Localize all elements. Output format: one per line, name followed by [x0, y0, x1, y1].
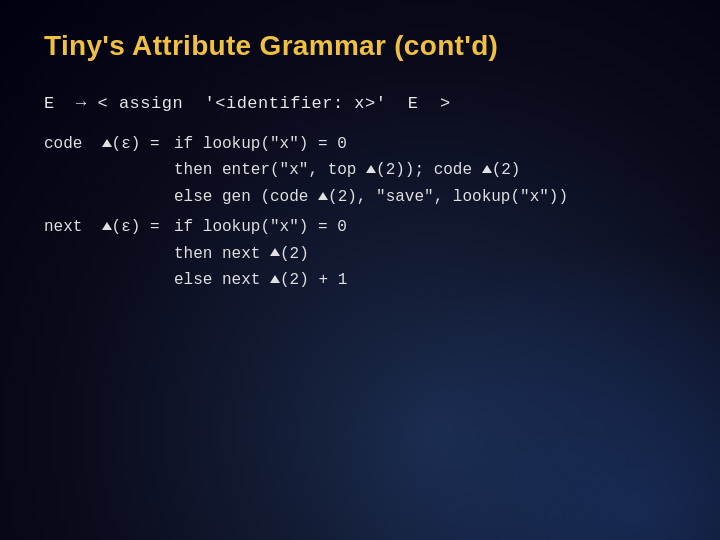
code-line-3: else gen (code (2), "save", lookup("x")) [174, 184, 568, 210]
production-rule: E → < assign '<identifier: x>' E > [44, 94, 676, 113]
next-rule-row: next (ε) = if lookup("x") = 0 then next … [44, 214, 676, 293]
up-arrow-code3 [318, 192, 328, 200]
code-rule-row: code (ε) = if lookup("x") = 0 then enter… [44, 131, 676, 210]
slide-title: Tiny's Attribute Grammar (cont'd) [44, 30, 676, 62]
code-rhs-block: if lookup("x") = 0 then enter("x", top (… [174, 131, 568, 210]
up-arrow-code2 [482, 165, 492, 173]
attribute-rules: code (ε) = if lookup("x") = 0 then enter… [44, 131, 676, 293]
code-line-1: if lookup("x") = 0 [174, 131, 568, 157]
slide-container: Tiny's Attribute Grammar (cont'd) E → < … [0, 0, 720, 540]
up-arrow-next2 [270, 248, 280, 256]
code-lhs: code (ε) = [44, 131, 174, 157]
next-lhs: next (ε) = [44, 214, 174, 240]
next-line-2: then next (2) [174, 241, 347, 267]
next-line-3: else next (2) + 1 [174, 267, 347, 293]
grammar-section: E → < assign '<identifier: x>' E > code … [44, 94, 676, 293]
next-rhs-block: if lookup("x") = 0 then next (2) else ne… [174, 214, 347, 293]
up-arrow-next3 [270, 275, 280, 283]
code-line-2: then enter("x", top (2)); code (2) [174, 157, 568, 183]
up-arrow-next-lhs [102, 222, 112, 230]
up-arrow-code-lhs [102, 139, 112, 147]
up-arrow-top [366, 165, 376, 173]
next-line-1: if lookup("x") = 0 [174, 214, 347, 240]
